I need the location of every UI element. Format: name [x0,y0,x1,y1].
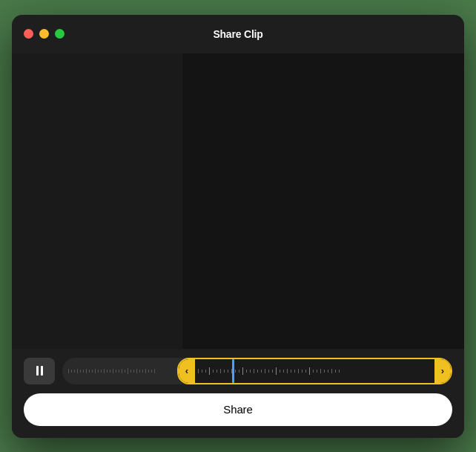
tick [154,369,155,373]
tick [305,370,306,373]
tick [151,370,152,373]
tick [220,369,221,373]
tick [235,370,236,373]
tick [257,370,258,373]
tick [92,370,93,373]
tick [294,370,295,373]
tick [250,370,251,373]
tick [113,369,113,373]
tick [71,370,72,373]
tick [209,367,210,375]
clip-handle-left[interactable]: ‹ [179,359,195,383]
tick [130,370,131,373]
pause-bar-left [36,366,39,376]
tick [68,369,69,373]
window-title: Share Clip [213,28,262,40]
tick [128,368,128,374]
tick [280,370,280,373]
tick [335,370,336,373]
tick [254,369,254,373]
tick [122,369,122,373]
tick [283,370,284,373]
tick [239,370,239,373]
tick [145,369,146,373]
pause-icon [36,366,43,376]
tick [139,370,140,373]
tick [74,370,75,373]
tick [86,369,87,373]
tick [313,370,314,373]
tick [104,369,105,373]
timeline-row: ‹ [24,358,452,384]
left-handle-arrow: ‹ [185,365,188,376]
tick [287,369,288,373]
tick [198,369,199,373]
tick [80,370,81,373]
tick [89,370,90,373]
traffic-lights [24,29,65,39]
tick [213,370,214,373]
tick [328,370,328,373]
tick [142,370,143,373]
playhead[interactable] [232,359,234,383]
tick [320,369,321,373]
tick [148,370,149,373]
maximize-button[interactable] [55,29,65,39]
tick [224,370,225,373]
tick [202,370,202,373]
controls-area: ‹ [12,349,464,438]
tick [324,370,325,373]
clip-region[interactable]: ‹ [177,358,452,384]
tick [291,370,291,373]
tick [83,370,84,373]
tick [309,367,310,375]
main-window: Share Clip [12,15,464,438]
tick [107,370,108,373]
minimize-button[interactable] [39,29,49,39]
tick [136,369,137,373]
tick [302,370,303,373]
tick [125,370,125,373]
tick [77,369,78,373]
right-handle-arrow: › [441,365,444,376]
clip-handle-right[interactable]: › [434,359,451,383]
close-button[interactable] [24,29,33,39]
tick [339,370,340,373]
share-button[interactable]: Share [24,393,452,426]
clip-ticks [195,359,434,383]
tick [228,370,228,373]
tick [261,370,262,373]
tick [276,367,277,375]
tick [110,370,110,373]
tick [101,370,102,373]
tick [265,369,265,373]
tick [98,370,99,373]
tick [205,370,206,373]
tick [246,370,247,373]
timeline[interactable]: ‹ [62,358,452,384]
tick [242,367,243,375]
tick [331,369,332,373]
tick [216,370,217,373]
tick [116,370,116,373]
pause-button[interactable] [24,358,55,384]
video-preview [12,53,464,349]
tick [119,370,119,373]
tick [298,369,299,373]
tick [317,370,317,373]
inactive-ticks [68,368,171,374]
timeline-inactive-region [62,358,177,384]
tick [95,369,96,373]
tick [133,370,134,373]
pause-bar-right [41,366,43,376]
tick [268,370,269,373]
title-bar: Share Clip [12,15,464,53]
tick [272,370,273,373]
